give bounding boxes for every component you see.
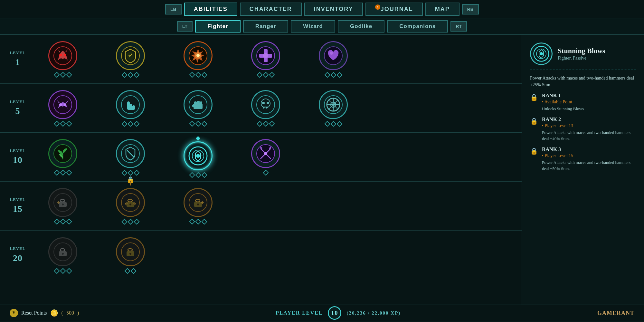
sub-companions-tab[interactable]: Companions <box>387 20 448 33</box>
diamond-slot <box>121 219 127 224</box>
nav-lb-button[interactable]: LB <box>165 4 182 14</box>
detail-ability-name: Stunning Blows <box>558 47 605 55</box>
ability-cell-10-2 <box>97 137 164 177</box>
level-20-row: LEVEL 20 <box>0 231 522 279</box>
ability-icon-1-4[interactable] <box>251 41 280 70</box>
diamond-slot <box>269 121 275 127</box>
ability-1-2-slots <box>122 73 139 77</box>
svg-point-22 <box>257 96 275 114</box>
sub-rt-button[interactable]: RT <box>450 21 467 32</box>
diamond-slot <box>66 268 72 274</box>
level-15-row: LEVEL 15 <box>0 182 522 231</box>
ability-icon-20-2-locked[interactable] <box>116 237 145 266</box>
ability-icon-20-1-locked[interactable] <box>48 237 77 266</box>
ability-icon-5-1[interactable] <box>48 90 77 119</box>
svg-point-2 <box>64 54 66 56</box>
ability-cell-20-1 <box>29 235 97 276</box>
detail-header: Stunning Blows Fighter, Passive <box>530 43 636 70</box>
locked-icon-1 <box>53 242 72 261</box>
sub-godlike-tab[interactable]: Godlike <box>338 20 384 33</box>
ability-icon-5-3[interactable] <box>184 90 213 119</box>
ability-icon-1-2[interactable] <box>116 41 145 70</box>
ability-icon-10-1[interactable] <box>48 139 77 168</box>
detail-icon-svg <box>533 46 549 62</box>
level-1-label: LEVEL 1 <box>6 50 29 68</box>
svg-point-60 <box>62 253 64 255</box>
diamond-slot <box>330 72 336 78</box>
rank-2-content: RANK 2 • Player Level 13 Power Attacks w… <box>542 117 636 142</box>
ability-icon-5-5[interactable] <box>319 90 348 119</box>
sub-ranger-tab[interactable]: Ranger <box>243 20 289 33</box>
ability-cell-10-4 <box>232 137 299 177</box>
level-5-abilities <box>29 88 515 128</box>
svg-point-25 <box>267 102 269 104</box>
svg-point-67 <box>540 52 543 55</box>
ability-10-3-slots <box>190 173 206 177</box>
reset-points-button[interactable]: Y Reset Points 🪙 ( 500 ) <box>10 309 79 317</box>
diamond-slot <box>201 121 207 127</box>
ability-cell-5-2 <box>97 88 164 128</box>
detail-description: Power Attacks with maces and two-handed … <box>530 75 636 88</box>
nav-inventory-tab[interactable]: INVENTORY <box>304 3 363 16</box>
player-level-text: PLAYER LEVEL <box>276 310 323 316</box>
ability-icon-15-2-locked[interactable] <box>116 188 145 217</box>
rank-2-lock-icon: 🔒 <box>530 117 538 125</box>
svg-point-10 <box>263 53 268 58</box>
rank-3-lock-icon: 🔒 <box>530 147 538 155</box>
level-15-label: LEVEL 15 <box>6 197 29 215</box>
svg-point-6 <box>196 54 200 57</box>
diamond-slot <box>336 72 342 78</box>
ability-icon-15-1-locked[interactable] <box>48 188 77 217</box>
ability-cell-1-4 <box>232 39 299 80</box>
ability-icon-10-4[interactable] <box>251 139 280 168</box>
locked-left-arrow-icon <box>53 193 72 212</box>
diamond-slot <box>201 72 207 78</box>
diamond-slot <box>130 268 136 274</box>
wheel-icon <box>324 95 343 114</box>
level-5-label: LEVEL 5 <box>6 99 29 117</box>
diamond-slot <box>66 170 72 175</box>
locked-icon-2 <box>121 242 140 261</box>
diamond-slot <box>195 219 201 224</box>
beast-icon <box>53 95 72 114</box>
rank-3-block: 🔒 RANK 3 • Player Level 15 Power Attacks… <box>530 147 636 172</box>
detail-title-block: Stunning Blows Fighter, Passive <box>558 47 605 61</box>
ability-icon-1-1[interactable] <box>48 41 77 70</box>
ability-icon-10-2[interactable] <box>116 139 145 168</box>
top-navigation: LB ABILITIES CHARACTER INVENTORY ! JOURN… <box>0 0 644 18</box>
svg-rect-21 <box>200 101 202 105</box>
ability-icon-1-5[interactable] <box>319 41 348 70</box>
nav-rb-button[interactable]: RB <box>462 4 479 14</box>
ability-10-4-slots <box>264 171 268 175</box>
rank-1-content: RANK 1 • Available Point Unlocks Stunnin… <box>542 93 584 112</box>
stunning-blows-icon <box>188 146 208 166</box>
sub-wizard-tab[interactable]: Wizard <box>291 20 335 33</box>
nav-journal-tab[interactable]: ! JOURNAL <box>365 3 423 16</box>
level-5-row: LEVEL 5 <box>0 84 522 133</box>
diamond-slot <box>60 170 66 175</box>
ability-icon-15-3-locked[interactable] <box>184 188 213 217</box>
diamond-slot <box>128 170 133 175</box>
nav-abilities-tab[interactable]: ABILITIES <box>184 3 237 16</box>
detail-panel: Stunning Blows Fighter, Passive Power At… <box>522 35 644 305</box>
ability-15-1-slots <box>55 220 71 224</box>
diamond-slot <box>121 121 127 127</box>
y-button-icon: Y <box>10 309 18 317</box>
diamond-slot <box>54 170 60 175</box>
nav-map-tab[interactable]: MAP <box>425 3 459 16</box>
ability-icon-5-2[interactable] <box>116 90 145 119</box>
ability-icon-1-3[interactable] <box>184 41 213 70</box>
level-1-row: LEVEL 1 <box>0 35 522 84</box>
ability-icon-10-3-stunning-blows[interactable] <box>184 141 213 170</box>
ability-cell-1-5 <box>299 39 367 80</box>
sub-lt-button[interactable]: LT <box>177 21 193 32</box>
shield-slash-icon <box>121 144 140 163</box>
sub-fighter-tab[interactable]: Fighter <box>195 20 241 33</box>
diamond-slot <box>134 72 139 78</box>
ability-icon-5-4[interactable] <box>251 90 280 119</box>
nav-character-tab[interactable]: CHARACTER <box>240 3 302 16</box>
rank-2-title: RANK 2 <box>542 117 636 122</box>
svg-point-52 <box>129 204 131 205</box>
svg-point-56 <box>197 204 199 205</box>
svg-point-64 <box>129 253 131 255</box>
